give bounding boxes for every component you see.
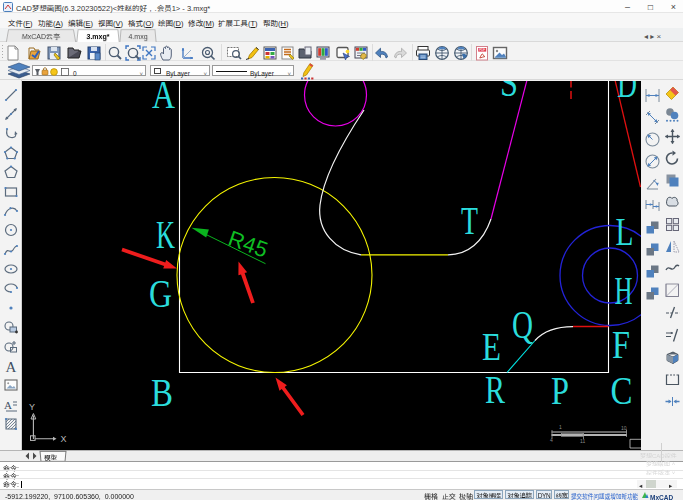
svg-text:A: A (4, 399, 12, 411)
svg-text:1: 1 (559, 424, 562, 430)
svg-text:PDF: PDF (479, 48, 485, 52)
svg-text:G: G (149, 271, 172, 316)
svg-text:A: A (6, 359, 17, 375)
svg-text:E: E (482, 324, 501, 369)
svg-text:Y: Y (29, 402, 35, 412)
svg-text:P: P (551, 368, 569, 413)
svg-text:4: 4 (550, 437, 553, 443)
svg-text:F: F (612, 322, 630, 367)
svg-text:R: R (485, 367, 505, 412)
svg-text:X: X (61, 434, 67, 444)
svg-text:H: H (615, 268, 633, 313)
svg-text:D: D (617, 81, 637, 106)
svg-text:10: 10 (621, 425, 627, 431)
svg-text:C: C (611, 368, 633, 413)
svg-text:Q: Q (512, 302, 533, 347)
svg-text:A: A (152, 81, 175, 117)
svg-text:B: B (151, 370, 173, 415)
svg-text:R45: R45 (225, 226, 271, 263)
svg-text:L: L (616, 209, 634, 254)
svg-text:K: K (156, 212, 175, 257)
svg-text:S: S (500, 81, 518, 105)
svg-text:T: T (461, 198, 478, 243)
svg-text:11: 11 (580, 438, 585, 444)
